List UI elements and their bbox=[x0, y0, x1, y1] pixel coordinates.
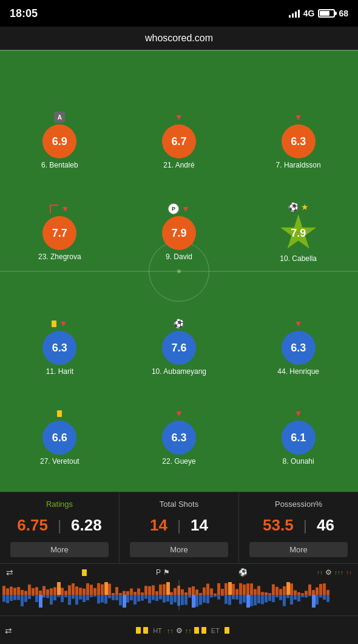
yellow-card-icon bbox=[52, 320, 56, 327]
bottom-center-icons: HT ↑↑ ⚙ ↑↑ ET bbox=[136, 626, 229, 635]
tl-center-right-icons: ⚽ bbox=[238, 568, 248, 577]
player-rating-circle: 7.6 bbox=[162, 331, 196, 365]
bottom-gear-icon: ⚙ bbox=[176, 626, 183, 635]
tl-flag-icon: ⚑ bbox=[163, 568, 170, 577]
player-rating-circle: 6.7 bbox=[162, 124, 196, 158]
arrow-down-icon: ▼ bbox=[175, 112, 183, 122]
tl-arrows-red-icon: ↑↑ bbox=[346, 569, 352, 576]
player-veretout: 6.6 27. Veretout bbox=[23, 408, 96, 466]
status-time: 18:05 bbox=[10, 7, 38, 20]
battery-icon bbox=[318, 9, 335, 18]
player-name: 21. André bbox=[163, 161, 194, 169]
status-bar: 18:05 4G 68 bbox=[0, 0, 358, 27]
bottom-arrows2-icon: ↑↑ bbox=[185, 627, 192, 634]
bottom-switch-icon: ⇄ bbox=[5, 626, 12, 636]
stat-values-possession: 53.5 | 46 bbox=[244, 516, 353, 535]
stat-val-left-shots: 14 bbox=[150, 516, 167, 535]
status-right: 4G 68 bbox=[289, 8, 348, 18]
player-cabella: ⚽ ★ 7.9 10. Cabella bbox=[262, 202, 335, 263]
bottom-yellow4-icon bbox=[201, 627, 206, 634]
player-indicators: ⚽ bbox=[174, 318, 184, 329]
player-indicators: A bbox=[54, 112, 65, 123]
player-indicators: ▼ bbox=[52, 318, 67, 329]
stat-card-shots: Total Shots 14 | 14 More bbox=[120, 492, 239, 563]
stat-values-ratings: 6.75 | 6.28 bbox=[5, 516, 114, 535]
tl-gear-icon: ⚙ bbox=[325, 568, 332, 577]
tl-yellow-card-icon bbox=[82, 569, 87, 576]
tl-right-icons: ↑↑ ⚙ ↑↑↑ ↑↑ bbox=[317, 568, 352, 577]
player-name: 23. Zhegrova bbox=[38, 253, 81, 261]
star-icon: ★ bbox=[301, 202, 309, 212]
arrow-down-icon: ▼ bbox=[59, 319, 67, 328]
stat-label-ratings: Ratings bbox=[46, 500, 73, 509]
player-rating-circle: 6.1 bbox=[282, 421, 316, 455]
pitch-center-dot bbox=[177, 269, 181, 273]
yellow-card-icon bbox=[57, 410, 62, 417]
stat-val-right-possession: 46 bbox=[317, 516, 334, 535]
player-name: 7. Haraldsson bbox=[276, 161, 321, 169]
stat-val-left-ratings: 6.75 bbox=[17, 516, 48, 535]
player-name: 8. Ounahi bbox=[283, 457, 314, 466]
stat-val-right-shots: 14 bbox=[191, 516, 208, 535]
player-indicators: ▼ bbox=[294, 408, 303, 419]
stat-label-possession: Possession% bbox=[275, 500, 322, 509]
timeline-icons-row: ⇄ P ⚑ ⚽ ↑↑ ⚙ ↑↑↑ ↑↑ bbox=[2, 568, 356, 577]
bottom-yellow3-icon bbox=[194, 627, 199, 634]
player-zhegrova: ▼ 7.7 23. Zhegrova bbox=[23, 203, 96, 261]
player-andre: ▼ 6.7 21. André bbox=[143, 112, 215, 169]
bottom-et-label: ET bbox=[211, 627, 220, 634]
stat-label-shots: Total Shots bbox=[160, 500, 198, 509]
stat-card-ratings: Ratings 6.75 | 6.28 More bbox=[0, 492, 120, 563]
bottom-bar: ⇄ HT ↑↑ ⚙ ↑↑ ET bbox=[0, 615, 358, 644]
player-gueye: ▼ 6.3 22. Gueye bbox=[143, 408, 215, 466]
player-name: 44. Henrique bbox=[277, 367, 319, 376]
timeline-section: ⇄ P ⚑ ⚽ ↑↑ ⚙ ↑↑↑ ↑↑ bbox=[0, 563, 358, 615]
player-row-4: 6.6 27. Veretout ▼ 6.3 22. Gueye ▼ 6.1 8… bbox=[0, 408, 358, 466]
stat-card-possession: Possession% 53.5 | 46 More bbox=[239, 492, 358, 563]
player-row-2: ▼ 7.7 23. Zhegrova P ▼ 7.9 9. David ⚽ ★ … bbox=[0, 202, 358, 263]
arrow-down-icon: ▼ bbox=[294, 112, 303, 122]
switch-icon: ⇄ bbox=[6, 568, 13, 577]
player-haraldsson: ▼ 6.3 7. Haraldsson bbox=[262, 112, 335, 169]
player-name: 10. Aubameyang bbox=[152, 367, 206, 376]
more-button-shots[interactable]: More bbox=[130, 542, 228, 557]
bottom-yellow1-icon bbox=[136, 627, 141, 634]
tl-center-left-icons bbox=[82, 569, 87, 576]
signal-icon bbox=[289, 9, 300, 18]
arrow-down-icon: ▼ bbox=[175, 408, 183, 418]
player-name: 9. David bbox=[166, 253, 192, 261]
bottom-left-icons: ⇄ bbox=[5, 626, 12, 636]
player-indicators bbox=[57, 408, 62, 419]
player-bentaleb: A 6.9 6. Bentaleb bbox=[23, 112, 96, 169]
player-david: P ▼ 7.9 9. David bbox=[143, 203, 215, 261]
stat-val-left-possession: 53.5 bbox=[263, 516, 294, 535]
player-name: 11. Harit bbox=[46, 367, 73, 376]
player-rating-circle: 6.9 bbox=[42, 124, 76, 158]
player-indicators: P ▼ bbox=[168, 203, 190, 214]
tl-center-icons: P ⚑ bbox=[156, 568, 170, 577]
player-aubameyang: ⚽ 7.6 10. Aubameyang bbox=[143, 318, 215, 376]
tl-arrows-icon: ↑↑ bbox=[317, 569, 323, 576]
player-rating-circle: 7.7 bbox=[42, 216, 76, 250]
player-indicators: ▼ bbox=[175, 408, 183, 419]
stat-val-right-ratings: 6.28 bbox=[71, 516, 102, 535]
arrow-down-icon: ▼ bbox=[294, 319, 303, 328]
bottom-yellow5-icon bbox=[225, 627, 229, 634]
player-rating-circle: 7.9 bbox=[162, 216, 196, 250]
bottom-ht-label: HT bbox=[153, 627, 162, 634]
tl-ball-icon: ⚽ bbox=[238, 568, 248, 577]
player-name: 22. Gueye bbox=[162, 457, 195, 466]
more-button-ratings[interactable]: More bbox=[10, 542, 109, 557]
bottom-yellow2-icon bbox=[143, 627, 148, 634]
bottom-arrows-icon: ↑↑ bbox=[167, 627, 174, 634]
app-title: whoscored.com bbox=[145, 33, 213, 43]
stat-values-shots: 14 | 14 bbox=[124, 516, 234, 535]
player-rating-circle: 6.3 bbox=[282, 331, 316, 365]
player-ounahi: ▼ 6.1 8. Ounahi bbox=[262, 408, 335, 466]
player-indicators: ▼ bbox=[294, 112, 303, 123]
more-button-possession[interactable]: More bbox=[249, 542, 348, 557]
player-rating-circle-star: 7.9 bbox=[280, 214, 317, 252]
arrow-down-icon: ▼ bbox=[61, 204, 69, 214]
app-header: whoscored.com bbox=[0, 27, 358, 50]
player-name: 6. Bentaleb bbox=[41, 161, 78, 169]
